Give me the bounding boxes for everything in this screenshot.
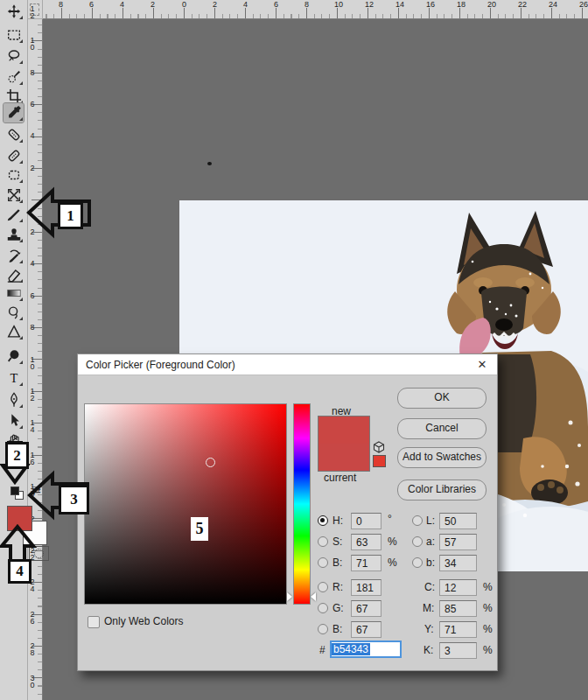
a-input[interactable]: 57 — [439, 534, 477, 550]
close-icon[interactable]: ✕ — [474, 357, 490, 372]
c-input[interactable]: 12 — [439, 579, 477, 596]
annotation-label-1: 1 — [58, 202, 83, 229]
shape-tool[interactable] — [4, 322, 24, 341]
vertical-ruler — [27, 18, 43, 700]
c-unit: % — [483, 581, 493, 593]
color-field-marker[interactable] — [206, 458, 215, 467]
annotation-label-5: 5 — [191, 517, 208, 541]
move-icon — [6, 4, 22, 19]
type-icon: T — [6, 370, 22, 386]
quick-selection-tool[interactable] — [4, 67, 24, 87]
m-unit: % — [483, 602, 493, 614]
rectangular-marquee-tool[interactable] — [4, 25, 24, 45]
hex-input[interactable]: b54343 — [330, 640, 402, 658]
foreground-color-swatch[interactable] — [7, 506, 32, 531]
color-libraries-button[interactable]: Color Libraries — [397, 480, 486, 500]
lollipop-icon — [6, 348, 22, 364]
tools-panel: T ⇄ — [0, 0, 28, 700]
annotation-label-3: 3 — [59, 485, 89, 514]
pen-tool[interactable] — [4, 390, 24, 410]
gradient-tool[interactable] — [4, 284, 24, 303]
brush-tool[interactable] — [4, 205, 24, 224]
k-input[interactable]: 3 — [439, 642, 477, 659]
hex-selected-text: b54343 — [332, 643, 370, 655]
b-input[interactable]: 71 — [351, 555, 382, 571]
crop-icon — [6, 88, 22, 104]
healing-brush-tool[interactable] — [4, 146, 24, 165]
b2-label: B: — [332, 623, 342, 635]
dialog-title-bar[interactable]: Color Picker (Foreground Color) ✕ — [78, 354, 497, 375]
hue-slider[interactable] — [293, 403, 311, 605]
swap-colors-icon[interactable]: ⇄ — [32, 484, 46, 498]
only-web-colors-checkbox[interactable] — [88, 616, 100, 628]
eyedropper-tool[interactable] — [4, 103, 24, 122]
radio-s[interactable] — [318, 536, 328, 547]
ok-button[interactable]: OK — [397, 388, 486, 409]
add-to-swatches-button[interactable]: Add to Swatches — [397, 447, 486, 468]
type-tool[interactable]: T — [4, 368, 24, 388]
radio-g[interactable] — [318, 603, 328, 613]
patch-tool[interactable] — [4, 165, 24, 185]
s-input[interactable]: 63 — [351, 534, 382, 550]
b-label: B: — [332, 556, 342, 569]
crossed-arrows-icon — [6, 187, 22, 203]
radio-b[interactable] — [318, 557, 328, 568]
saturation-brightness-field[interactable] — [84, 403, 287, 605]
radio-b-lab[interactable] — [412, 557, 423, 568]
cancel-button[interactable]: Cancel — [397, 418, 486, 439]
gamut-color-swatch[interactable] — [373, 455, 386, 467]
cursor-arrow-icon — [6, 413, 22, 429]
dodge-tool[interactable] — [4, 346, 24, 366]
eraser-tool[interactable] — [4, 265, 24, 284]
y-input[interactable]: 71 — [439, 621, 477, 638]
move-tool[interactable] — [4, 2, 24, 21]
triangle-icon — [6, 324, 22, 340]
y-label: Y: — [424, 623, 434, 635]
spot-healing-brush-tool[interactable] — [4, 125, 24, 144]
out-of-gamut-cube-icon[interactable] — [373, 441, 385, 453]
eyedropper-icon — [6, 105, 22, 121]
marquee-icon — [6, 27, 22, 43]
hex-prefix: # — [319, 644, 326, 656]
only-web-colors-label: Only Web Colors — [104, 615, 183, 627]
r-input[interactable]: 181 — [351, 579, 382, 596]
loop-icon — [6, 304, 22, 320]
gradient-icon — [6, 285, 22, 301]
b2-input[interactable]: 67 — [351, 621, 382, 638]
m-input[interactable]: 85 — [439, 600, 477, 617]
clone-stamp-tool[interactable] — [4, 225, 24, 244]
radio-h[interactable] — [318, 515, 328, 526]
s-label: S: — [332, 536, 342, 548]
hue-slider-marker-left[interactable] — [287, 592, 292, 601]
h-unit: ° — [388, 513, 392, 525]
quick-selection-icon — [6, 69, 22, 85]
h-input[interactable]: 0 — [351, 513, 382, 529]
healing-brush-icon — [6, 148, 22, 164]
new-color-swatch — [318, 416, 369, 444]
quick-mask-button[interactable] — [29, 546, 49, 561]
radio-b2[interactable] — [318, 624, 328, 634]
radio-a[interactable] — [412, 536, 423, 547]
history-brush-tool[interactable] — [4, 246, 24, 265]
r-label: R: — [332, 581, 343, 593]
g-input[interactable]: 67 — [351, 600, 382, 617]
horizontal-ruler — [27, 0, 588, 19]
lasso-icon — [6, 48, 22, 64]
stamp-icon — [6, 227, 22, 242]
b-lab-input[interactable]: 34 — [439, 555, 477, 571]
hue-slider-marker-right[interactable] — [311, 592, 316, 601]
content-aware-move-tool[interactable] — [4, 186, 24, 205]
smudge-tool[interactable] — [4, 303, 24, 322]
color-picker-dialog: Color Picker (Foreground Color) ✕ new cu… — [77, 354, 498, 671]
radio-r[interactable] — [318, 582, 328, 592]
l-input[interactable]: 50 — [439, 513, 477, 529]
y-unit: % — [483, 623, 493, 635]
radio-l[interactable] — [412, 515, 423, 526]
default-colors-icon[interactable] — [10, 486, 24, 500]
dialog-title: Color Picker (Foreground Color) — [86, 359, 235, 371]
path-selection-tool[interactable] — [4, 411, 24, 430]
ruler-origin-corner — [27, 0, 43, 19]
brush-icon — [6, 206, 22, 222]
annotation-label-2: 2 — [5, 442, 29, 469]
lasso-tool[interactable] — [4, 46, 24, 66]
